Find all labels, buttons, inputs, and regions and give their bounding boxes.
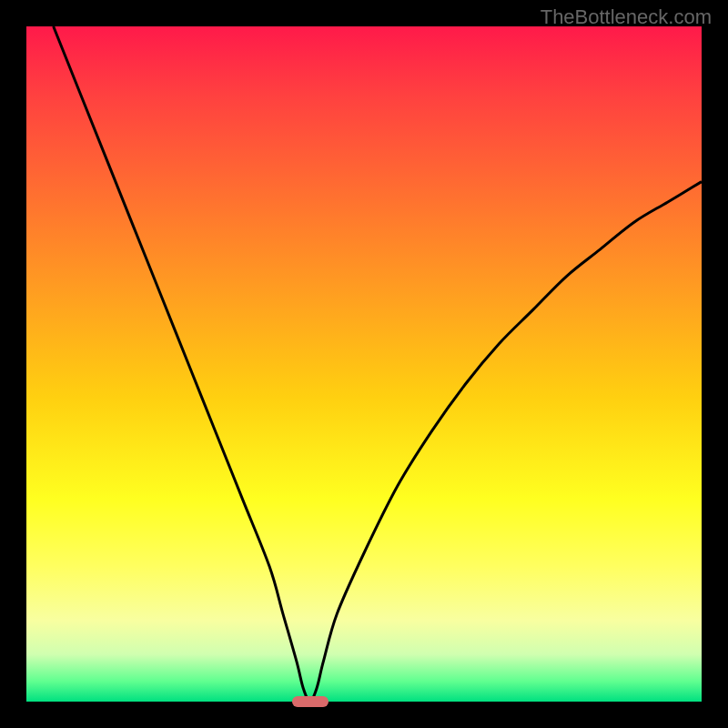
bottleneck-curve <box>26 26 702 702</box>
watermark-text: TheBottleneck.com <box>541 5 712 29</box>
chart-plot-area <box>26 26 702 702</box>
optimal-point-marker <box>292 696 329 707</box>
